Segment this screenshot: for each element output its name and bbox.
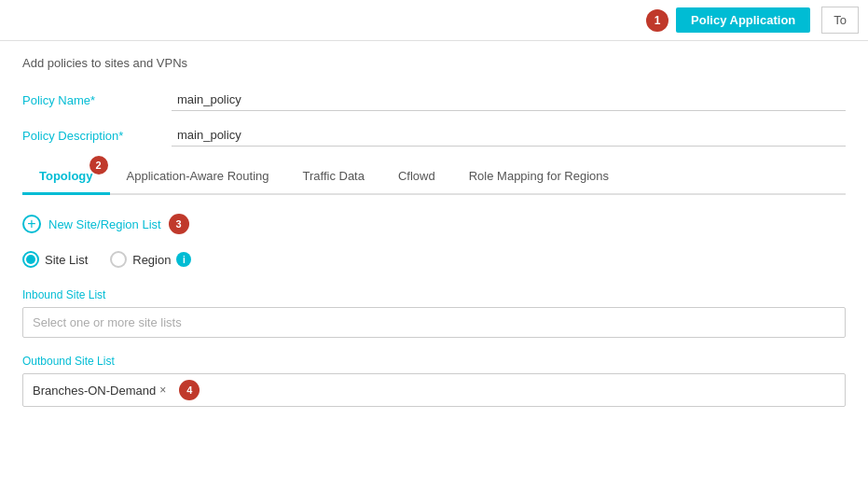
subtitle: Add policies to sites and VPNs xyxy=(22,56,846,70)
main-content: Add policies to sites and VPNs Policy Na… xyxy=(0,41,868,457)
region-info-icon[interactable]: i xyxy=(176,252,191,267)
topology-tab-label: Topology xyxy=(39,169,93,183)
role-mapping-tab-label: Role Mapping for Regions xyxy=(469,169,609,183)
policy-application-button[interactable]: Policy Application xyxy=(676,7,810,33)
site-list-radio-label[interactable]: Site List xyxy=(22,251,88,268)
tab-cflowd[interactable]: Cflowd xyxy=(381,160,452,195)
tab-topology[interactable]: Topology 2 xyxy=(22,160,110,195)
new-site-plus-icon: + xyxy=(22,215,41,233)
inbound-site-list-input[interactable]: Select one or more site lists xyxy=(22,307,846,338)
to-tab-button[interactable]: To xyxy=(821,7,859,34)
app-aware-tab-label: Application-Aware Routing xyxy=(127,169,269,183)
tabs-container: Topology 2 Application-Aware Routing Tra… xyxy=(22,160,846,195)
inbound-site-list-section: Inbound Site List Select one or more sit… xyxy=(22,288,846,338)
policy-description-input[interactable] xyxy=(172,124,846,147)
outbound-step-badge: 4 xyxy=(179,380,200,400)
inbound-placeholder-text: Select one or more site lists xyxy=(33,315,182,329)
outbound-tag-item: Branches-ON-Demand × xyxy=(33,384,166,398)
topology-tab-content: + New Site/Region List 3 Site List Regio… xyxy=(22,195,846,442)
site-list-radio-text: Site List xyxy=(45,253,88,267)
site-list-radio-circle[interactable] xyxy=(22,251,39,268)
tab-traffic-data[interactable]: Traffic Data xyxy=(286,160,381,195)
topology-step-badge: 2 xyxy=(90,156,108,175)
outbound-site-list-section: Outbound Site List Branches-ON-Demand × … xyxy=(22,355,846,407)
region-radio-label[interactable]: Region i xyxy=(110,251,191,268)
policy-description-label: Policy Description* xyxy=(22,129,172,143)
header-step: 1 Policy Application To xyxy=(646,7,859,34)
region-radio-circle[interactable] xyxy=(110,251,127,268)
new-site-label: New Site/Region List xyxy=(48,217,161,231)
cflowd-tab-label: Cflowd xyxy=(398,169,435,183)
new-site-step-badge: 3 xyxy=(169,214,189,234)
radio-group: Site List Region i xyxy=(22,251,846,268)
new-site-row[interactable]: + New Site/Region List 3 xyxy=(22,214,846,234)
outbound-tag-text: Branches-ON-Demand xyxy=(33,384,156,398)
header-bar: 1 Policy Application To xyxy=(0,0,868,41)
tab-app-aware[interactable]: Application-Aware Routing xyxy=(110,160,286,195)
policy-name-input[interactable] xyxy=(172,89,846,111)
traffic-data-tab-label: Traffic Data xyxy=(303,169,365,183)
topology-tab-label-wrap: Topology 2 xyxy=(39,169,93,183)
policy-description-group: Policy Description* xyxy=(22,124,846,147)
tabs-list: Topology 2 Application-Aware Routing Tra… xyxy=(22,160,846,193)
outbound-tag-close-icon[interactable]: × xyxy=(159,384,166,397)
policy-name-group: Policy Name* xyxy=(22,89,846,111)
policy-name-label: Policy Name* xyxy=(22,93,172,107)
inbound-site-list-label: Inbound Site List xyxy=(22,288,846,301)
outbound-site-list-label: Outbound Site List xyxy=(22,355,846,368)
tab-role-mapping[interactable]: Role Mapping for Regions xyxy=(452,160,626,195)
step-1-badge: 1 xyxy=(646,9,668,32)
outbound-site-list-tags[interactable]: Branches-ON-Demand × 4 xyxy=(22,373,846,407)
region-radio-text: Region xyxy=(132,253,171,267)
